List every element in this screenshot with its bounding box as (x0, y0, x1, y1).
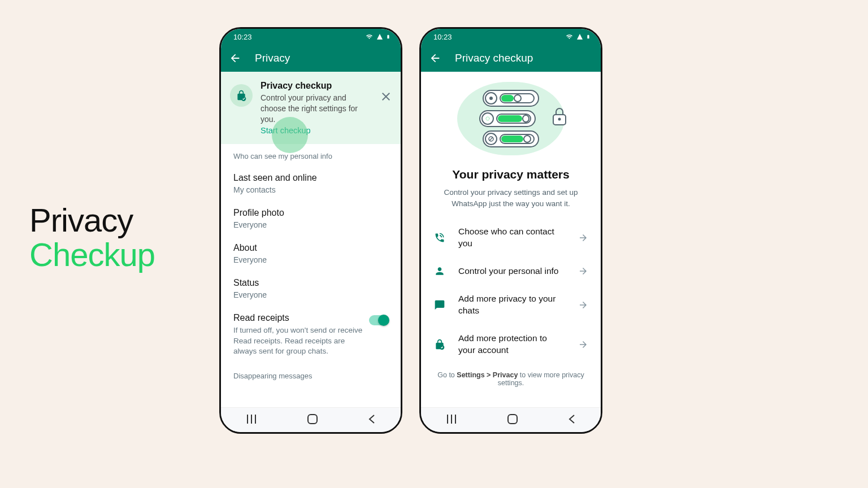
status-icons (365, 33, 390, 41)
illustration-toggle-3 (483, 130, 539, 147)
banner-desc: Control your privacy and choose the righ… (261, 93, 371, 125)
battery-icon (386, 33, 390, 41)
recent-apps-button[interactable] (446, 415, 457, 426)
status-bar: 10:23 (221, 29, 401, 45)
home-button[interactable] (307, 414, 318, 426)
svg-point-5 (489, 97, 493, 100)
checkup-footnote: Go to Settings > Privacy to view more pr… (421, 364, 601, 391)
chevron-right-icon (578, 339, 588, 350)
setting-last-seen[interactable]: Last seen and online My contacts (221, 166, 401, 201)
phone-icon (433, 232, 446, 243)
setting-read-receipts[interactable]: Read receipts If turned off, you won't s… (221, 306, 401, 364)
lock-shield-icon (433, 339, 446, 350)
back-button[interactable] (368, 415, 376, 426)
setting-label: About (233, 243, 388, 253)
svg-point-10 (558, 118, 561, 121)
setting-value: Everyone (233, 220, 388, 229)
section-header-personal-info: Who can see my personal info (221, 144, 401, 166)
app-bar: Privacy (221, 45, 401, 72)
android-nav-bar (421, 407, 601, 432)
battery-icon (586, 33, 591, 41)
setting-label: Last seen and online (233, 173, 388, 183)
svg-rect-4 (308, 415, 317, 424)
lock-check-icon (230, 84, 253, 107)
recent-apps-button[interactable] (246, 415, 257, 426)
setting-about[interactable]: About Everyone (221, 236, 401, 271)
setting-label: Read receipts (233, 313, 363, 323)
status-time: 10:23 (233, 33, 252, 41)
app-bar-title: Privacy (255, 52, 290, 64)
illustration-toggle-2 (479, 110, 536, 127)
setting-label: Status (233, 278, 388, 288)
close-icon[interactable] (379, 90, 393, 103)
footnote-path: Settings > Privacy (457, 371, 518, 379)
checkup-item-account-protection[interactable]: Add more protection to your account (421, 325, 601, 364)
wifi-icon (565, 33, 574, 40)
setting-value: My contacts (233, 185, 388, 194)
checkup-item-chat-privacy[interactable]: Add more privacy to your chats (421, 285, 601, 325)
illustration-toggle-1 (483, 90, 539, 107)
status-time: 10:23 (433, 33, 452, 41)
svg-line-8 (489, 137, 493, 141)
status-icons (565, 33, 591, 41)
chevron-right-icon (578, 300, 588, 310)
section-header-disappearing: Disappearing messages (221, 364, 401, 386)
start-checkup-link[interactable]: Start checkup (261, 126, 371, 135)
checkup-item-contact[interactable]: Choose who can contact you (421, 218, 601, 258)
app-bar: Privacy checkup (421, 45, 601, 72)
checkup-item-label: Add more privacy to your chats (458, 293, 566, 317)
checkup-item-label: Add more protection to your account (458, 333, 566, 356)
hero-line-1: Privacy (29, 203, 155, 238)
privacy-checkup-banner[interactable]: Privacy checkup Control your privacy and… (221, 72, 401, 144)
app-bar-title: Privacy checkup (455, 52, 533, 64)
back-button[interactable] (568, 415, 576, 426)
setting-status[interactable]: Status Everyone (221, 271, 401, 306)
chevron-right-icon (578, 266, 588, 276)
privacy-illustration (421, 72, 601, 161)
checkup-item-personal-info[interactable]: Control your personal info (421, 258, 601, 285)
setting-label: Profile photo (233, 208, 388, 218)
chat-icon (433, 299, 446, 311)
setting-value: Everyone (233, 255, 388, 264)
padlock-icon (551, 107, 568, 126)
hero-line-2: Checkup (29, 238, 155, 272)
phone-privacy-settings: 10:23 Privacy Privacy checkup Control yo… (219, 27, 402, 434)
marketing-title: Privacy Checkup (29, 203, 155, 272)
person-icon (433, 265, 446, 277)
signal-icon (376, 33, 384, 40)
back-arrow-icon[interactable] (229, 52, 241, 64)
checkup-item-label: Control your personal info (458, 265, 566, 277)
checkup-hero-title: Your privacy matters (421, 168, 601, 181)
checkup-item-label: Choose who can contact you (458, 226, 566, 250)
wifi-icon (365, 33, 374, 40)
chevron-right-icon (578, 233, 588, 243)
setting-profile-photo[interactable]: Profile photo Everyone (221, 201, 401, 236)
banner-title: Privacy checkup (261, 81, 371, 91)
footnote-prefix: Go to (437, 371, 457, 379)
home-button[interactable] (507, 414, 518, 426)
svg-rect-15 (508, 415, 517, 424)
back-arrow-icon[interactable] (429, 52, 441, 64)
phone-privacy-checkup: 10:23 Privacy checkup (419, 27, 602, 434)
svg-point-6 (486, 117, 489, 120)
status-bar: 10:23 (421, 29, 601, 45)
signal-icon (576, 33, 584, 40)
setting-helper: If turned off, you won't send or receive… (233, 325, 363, 358)
android-nav-bar (221, 407, 401, 432)
setting-value: Everyone (233, 290, 388, 299)
checkup-hero-desc: Control your privacy settings and set up… (421, 181, 601, 218)
read-receipts-toggle[interactable] (369, 315, 388, 325)
